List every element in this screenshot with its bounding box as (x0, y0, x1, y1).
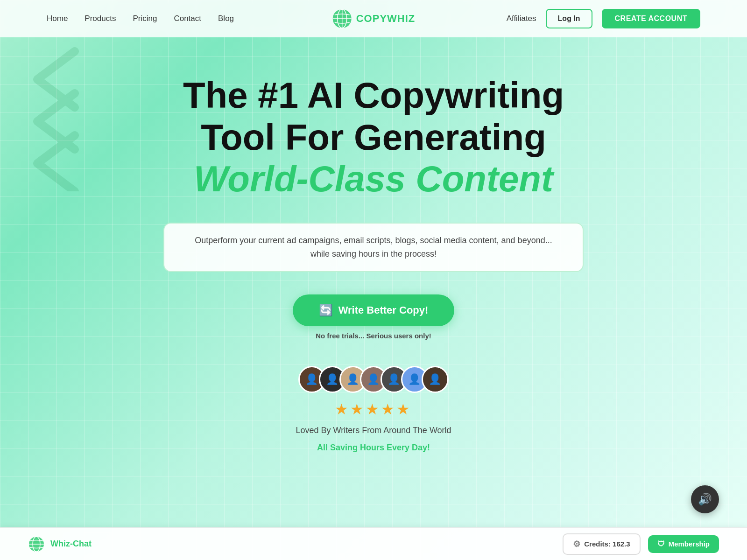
membership-label: Membership (669, 540, 710, 548)
nav-home[interactable]: Home (47, 14, 68, 23)
membership-badge[interactable]: 🛡 Membership (648, 535, 719, 553)
nav-contact[interactable]: Contact (174, 14, 201, 23)
login-button[interactable]: Log In (546, 9, 592, 28)
cta-button-label: Write Better Copy! (338, 304, 429, 316)
saving-text: All Saving Hours Every Day! (317, 443, 430, 453)
credits-icon: ⚙ (573, 539, 580, 549)
nav-affiliates[interactable]: Affiliates (507, 14, 536, 23)
create-account-button[interactable]: CREATE ACCOUNT (602, 9, 700, 28)
whiz-chat[interactable]: Whiz-Chat (28, 536, 92, 553)
nav-products[interactable]: Products (85, 14, 116, 23)
logo[interactable]: COPYWHIZ (332, 8, 416, 29)
bottom-bar: Whiz-Chat ⚙ Credits: 162.3 🛡 Membership (0, 527, 747, 560)
credits-badge[interactable]: ⚙ Credits: 162.3 (563, 533, 640, 555)
whiz-chat-label: Whiz-Chat (50, 539, 92, 549)
bottom-right: ⚙ Credits: 162.3 🛡 Membership (563, 533, 719, 555)
nav-pricing[interactable]: Pricing (133, 14, 157, 23)
sound-icon: 🔊 (698, 493, 712, 506)
cta-section: 🔄 Write Better Copy! No free trials... S… (293, 294, 455, 340)
logo-text: COPYWHIZ (356, 13, 416, 25)
logo-globe-icon (332, 8, 352, 29)
avatar: 👤 (422, 366, 449, 393)
whiz-chat-globe-icon (28, 536, 45, 553)
cta-note: No free trials... Serious users only! (316, 332, 431, 340)
hero-title: The #1 AI Copywriting Tool For Generatin… (183, 75, 564, 158)
hero-title-highlight: World-Class Content (194, 158, 553, 200)
avatar-group: 👤 👤 👤 👤 👤 👤 👤 (298, 366, 449, 393)
hero-section: The #1 AI Copywriting Tool For Generatin… (0, 37, 747, 453)
navbar: Home Products Pricing Contact Blog COPYW… (0, 0, 747, 37)
cta-button[interactable]: 🔄 Write Better Copy! (293, 294, 455, 326)
credits-label: Credits: 162.3 (584, 540, 630, 548)
cta-icon: 🔄 (319, 304, 333, 317)
social-proof: 👤 👤 👤 👤 👤 👤 👤 ★★★★★ Loved By Writers Fro… (296, 366, 451, 453)
star-rating: ★★★★★ (335, 400, 412, 418)
loved-text: Loved By Writers From Around The World (296, 426, 451, 435)
nav-left: Home Products Pricing Contact Blog (47, 14, 234, 23)
nav-right: Affiliates Log In CREATE ACCOUNT (507, 9, 700, 28)
membership-icon: 🛡 (657, 540, 665, 548)
nav-blog[interactable]: Blog (218, 14, 234, 23)
hero-subtitle: Outperform your current ad campaigns, em… (163, 223, 584, 272)
sound-button[interactable]: 🔊 (691, 485, 719, 513)
